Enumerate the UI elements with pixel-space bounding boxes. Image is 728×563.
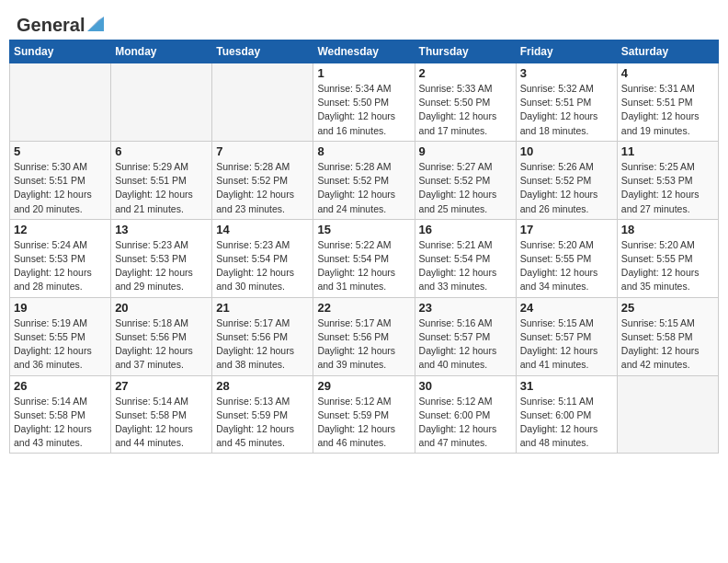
day-info: Sunrise: 5:28 AM Sunset: 5:52 PM Dayligh… [216,160,309,216]
calendar-cell: 15Sunrise: 5:22 AM Sunset: 5:54 PM Dayli… [313,219,415,297]
day-info: Sunrise: 5:17 AM Sunset: 5:56 PM Dayligh… [216,316,309,373]
calendar-cell: 6Sunrise: 5:29 AM Sunset: 5:51 PM Daylig… [111,141,212,219]
day-info: Sunrise: 5:12 AM Sunset: 5:59 PM Dayligh… [317,395,410,451]
week-row-1: 1Sunrise: 5:34 AM Sunset: 5:50 PM Daylig… [10,63,719,142]
day-info: Sunrise: 5:23 AM Sunset: 5:54 PM Dayligh… [216,238,309,294]
day-number: 17 [520,223,613,236]
calendar-cell: 10Sunrise: 5:26 AM Sunset: 5:52 PM Dayli… [516,141,617,219]
day-number: 13 [115,223,208,236]
calendar-cell: 14Sunrise: 5:23 AM Sunset: 5:54 PM Dayli… [212,219,313,297]
calendar-cell: 12Sunrise: 5:24 AM Sunset: 5:53 PM Dayli… [10,219,111,297]
day-info: Sunrise: 5:16 AM Sunset: 5:57 PM Dayligh… [419,316,512,373]
calendar-cell: 24Sunrise: 5:15 AM Sunset: 5:57 PM Dayli… [516,297,617,375]
day-number: 28 [216,379,309,393]
calendar-cell [10,63,111,142]
day-info: Sunrise: 5:26 AM Sunset: 5:52 PM Dayligh… [520,160,613,216]
day-number: 10 [520,144,613,158]
day-number: 3 [520,66,613,80]
day-info: Sunrise: 5:20 AM Sunset: 5:55 PM Dayligh… [520,238,613,294]
day-info: Sunrise: 5:20 AM Sunset: 5:55 PM Dayligh… [621,238,714,294]
header-day-friday: Friday [516,40,617,63]
calendar-cell: 7Sunrise: 5:28 AM Sunset: 5:52 PM Daylig… [212,141,313,219]
day-info: Sunrise: 5:28 AM Sunset: 5:52 PM Dayligh… [317,160,410,216]
day-info: Sunrise: 5:24 AM Sunset: 5:53 PM Dayligh… [14,238,107,294]
day-info: Sunrise: 5:18 AM Sunset: 5:56 PM Dayligh… [115,316,208,373]
week-row-3: 12Sunrise: 5:24 AM Sunset: 5:53 PM Dayli… [10,219,719,297]
calendar-cell: 17Sunrise: 5:20 AM Sunset: 5:55 PM Dayli… [516,219,617,297]
day-info: Sunrise: 5:23 AM Sunset: 5:53 PM Dayligh… [115,238,208,294]
calendar-cell: 5Sunrise: 5:30 AM Sunset: 5:51 PM Daylig… [10,141,111,219]
calendar-cell: 29Sunrise: 5:12 AM Sunset: 5:59 PM Dayli… [313,375,415,454]
calendar-cell: 8Sunrise: 5:28 AM Sunset: 5:52 PM Daylig… [313,141,415,219]
day-info: Sunrise: 5:15 AM Sunset: 5:58 PM Dayligh… [621,316,714,373]
calendar-cell: 2Sunrise: 5:33 AM Sunset: 5:50 PM Daylig… [415,63,516,142]
day-info: Sunrise: 5:12 AM Sunset: 6:00 PM Dayligh… [419,395,512,451]
header-day-thursday: Thursday [415,40,516,63]
day-info: Sunrise: 5:31 AM Sunset: 5:51 PM Dayligh… [621,82,714,138]
day-number: 4 [621,66,714,80]
day-number: 12 [14,223,107,236]
day-number: 11 [621,144,714,158]
day-info: Sunrise: 5:32 AM Sunset: 5:51 PM Dayligh… [520,82,613,138]
day-info: Sunrise: 5:15 AM Sunset: 5:57 PM Dayligh… [520,316,613,373]
calendar-cell: 13Sunrise: 5:23 AM Sunset: 5:53 PM Dayli… [111,219,212,297]
calendar-cell: 21Sunrise: 5:17 AM Sunset: 5:56 PM Dayli… [212,297,313,375]
day-info: Sunrise: 5:34 AM Sunset: 5:50 PM Dayligh… [317,82,410,138]
header-day-saturday: Saturday [617,40,718,63]
day-number: 23 [419,301,512,315]
day-number: 16 [419,223,512,236]
header-day-tuesday: Tuesday [212,40,313,63]
day-number: 7 [216,144,309,158]
calendar-cell: 22Sunrise: 5:17 AM Sunset: 5:56 PM Dayli… [313,297,415,375]
header-day-wednesday: Wednesday [313,40,415,63]
day-number: 6 [115,144,208,158]
calendar-cell [111,63,212,142]
calendar-cell: 19Sunrise: 5:19 AM Sunset: 5:55 PM Dayli… [10,297,111,375]
day-info: Sunrise: 5:22 AM Sunset: 5:54 PM Dayligh… [317,238,410,294]
day-number: 31 [520,379,613,393]
day-info: Sunrise: 5:21 AM Sunset: 5:54 PM Dayligh… [419,238,512,294]
calendar-table: SundayMondayTuesdayWednesdayThursdayFrid… [9,40,719,454]
calendar-cell: 18Sunrise: 5:20 AM Sunset: 5:55 PM Dayli… [617,219,718,297]
day-number: 2 [419,66,512,80]
day-number: 22 [317,301,410,315]
day-number: 29 [317,379,410,393]
calendar-cell: 3Sunrise: 5:32 AM Sunset: 5:51 PM Daylig… [516,63,617,142]
header-day-sunday: Sunday [10,40,111,63]
header-row: SundayMondayTuesdayWednesdayThursdayFrid… [10,40,719,63]
calendar-cell: 30Sunrise: 5:12 AM Sunset: 6:00 PM Dayli… [415,375,516,454]
day-number: 9 [419,144,512,158]
calendar-cell: 9Sunrise: 5:27 AM Sunset: 5:52 PM Daylig… [415,141,516,219]
calendar-cell: 16Sunrise: 5:21 AM Sunset: 5:54 PM Dayli… [415,219,516,297]
day-number: 19 [14,301,107,315]
calendar-cell: 23Sunrise: 5:16 AM Sunset: 5:57 PM Dayli… [415,297,516,375]
calendar-cell: 31Sunrise: 5:11 AM Sunset: 6:00 PM Dayli… [516,375,617,454]
calendar-cell: 11Sunrise: 5:25 AM Sunset: 5:53 PM Dayli… [617,141,718,219]
calendar-cell [617,375,718,454]
day-info: Sunrise: 5:27 AM Sunset: 5:52 PM Dayligh… [419,160,512,216]
day-number: 25 [621,301,714,315]
day-number: 8 [317,144,410,158]
logo-arrow-icon [85,15,106,33]
calendar-cell [212,63,313,142]
page-header: General [9,9,719,32]
calendar-cell: 28Sunrise: 5:13 AM Sunset: 5:59 PM Dayli… [212,375,313,454]
day-number: 26 [14,379,107,393]
day-info: Sunrise: 5:14 AM Sunset: 5:58 PM Dayligh… [115,395,208,451]
day-info: Sunrise: 5:19 AM Sunset: 5:55 PM Dayligh… [14,316,107,373]
week-row-5: 26Sunrise: 5:14 AM Sunset: 5:58 PM Dayli… [10,375,719,454]
calendar-cell: 20Sunrise: 5:18 AM Sunset: 5:56 PM Dayli… [111,297,212,375]
day-number: 20 [115,301,208,315]
day-info: Sunrise: 5:14 AM Sunset: 5:58 PM Dayligh… [14,395,107,451]
day-number: 24 [520,301,613,315]
day-info: Sunrise: 5:33 AM Sunset: 5:50 PM Dayligh… [419,82,512,138]
week-row-2: 5Sunrise: 5:30 AM Sunset: 5:51 PM Daylig… [10,141,719,219]
week-row-4: 19Sunrise: 5:19 AM Sunset: 5:55 PM Dayli… [10,297,719,375]
logo: General [17,15,106,32]
day-info: Sunrise: 5:29 AM Sunset: 5:51 PM Dayligh… [115,160,208,216]
logo-general: General [17,15,85,36]
day-number: 5 [14,144,107,158]
day-number: 14 [216,223,309,236]
day-number: 1 [317,66,410,80]
day-number: 18 [621,223,714,236]
